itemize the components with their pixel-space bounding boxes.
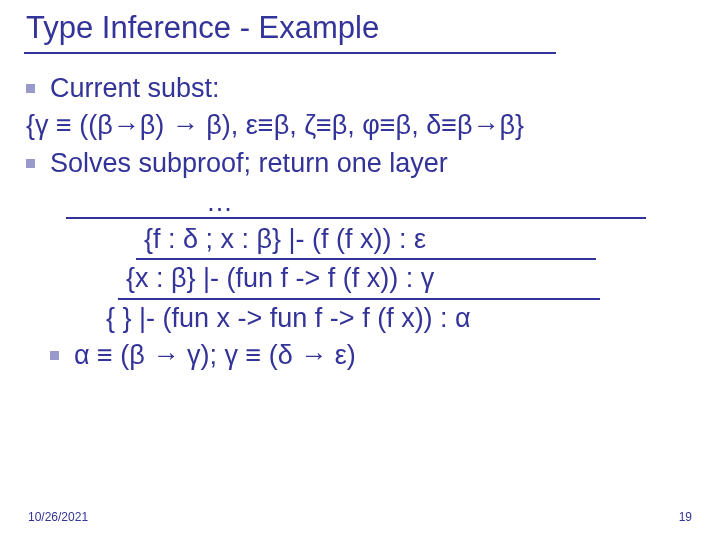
proof-rule-line: [66, 217, 646, 219]
bullet-text: Solves subproof; return one layer: [50, 148, 448, 178]
substitution-line: {γ ≡ ((β→β) → β), ε≡β, ζ≡β, φ≡β, δ≡β→β}: [26, 107, 694, 144]
footer-date: 10/26/2021: [28, 510, 88, 524]
bullet-text: Current subst:: [50, 73, 220, 103]
proof-line-1: {f : δ ; x : β} |- (f (f x)) : ε: [144, 221, 694, 258]
bullet-icon: [26, 159, 35, 168]
title-underline: [24, 52, 556, 54]
proof-line-3: { } |- (fun x -> fun f -> f (f x)) : α: [106, 300, 694, 337]
slide-body: Current subst: {γ ≡ ((β→β) → β), ε≡β, ζ≡…: [26, 70, 694, 374]
bullet-icon: [26, 84, 35, 93]
bullet-constraints: α ≡ (β → γ); γ ≡ (δ → ε): [50, 337, 694, 374]
proof-rule-line: [118, 298, 600, 300]
bullet-icon: [50, 351, 59, 360]
proof-rule-line: [136, 258, 596, 260]
ellipsis: …: [206, 184, 694, 221]
proof-derivation: … {f : δ ; x : β} |- (f (f x)) : ε {x : …: [26, 184, 694, 374]
slide: Type Inference - Example Current subst: …: [0, 0, 720, 540]
bullet-solves: Solves subproof; return one layer: [26, 145, 694, 182]
proof-line-2: {x : β} |- (fun f -> f (f x)) : γ: [126, 260, 694, 297]
footer-page-number: 19: [679, 510, 692, 524]
bullet-current-subst: Current subst:: [26, 70, 694, 107]
page-title: Type Inference - Example: [26, 10, 379, 46]
constraints-text: α ≡ (β → γ); γ ≡ (δ → ε): [74, 337, 356, 374]
